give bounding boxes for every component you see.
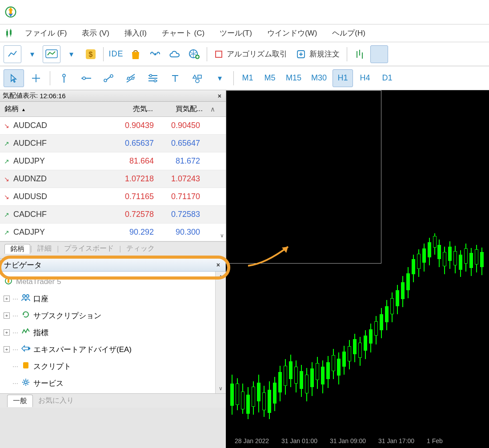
line-chart-button[interactable]	[4, 45, 21, 63]
dollar-button[interactable]: $	[82, 45, 100, 63]
market-watch-row[interactable]: ↘AUDCAD0.904390.90450	[0, 117, 226, 135]
trendline-tool[interactable]	[98, 69, 119, 87]
timeframe-D1[interactable]: D1	[377, 69, 397, 87]
symbol-name: AUDUSD	[13, 192, 107, 201]
direction-icon: ↘	[0, 122, 13, 129]
scroll-down-icon[interactable]: ∨	[220, 232, 224, 239]
signal-icon[interactable]	[146, 45, 164, 63]
close-icon[interactable]: ×	[215, 261, 222, 268]
market-watch-row[interactable]: ↘AUDUSD0.711650.71170	[0, 188, 226, 206]
tab-symbol[interactable]: 銘柄	[4, 244, 30, 254]
navigator-tabs: 一般 お気に入り	[0, 393, 226, 408]
tree-account[interactable]: + ⋯ 口座	[4, 290, 215, 307]
svg-rect-3	[9, 10, 12, 14]
vertical-line-tool[interactable]	[54, 69, 74, 87]
expand-icon[interactable]: +	[4, 346, 10, 352]
drawing-toolbar: ▾ M1M5M15M30H1H4D1	[0, 66, 489, 90]
svg-rect-40	[198, 75, 201, 78]
menu-help[interactable]: ヘルプ(H)	[328, 26, 370, 40]
shopping-bag-icon[interactable]	[127, 45, 144, 63]
tree-ea[interactable]: + ⋯ エキスパートアドバイザ(EA)	[4, 341, 215, 358]
tab-tick[interactable]: ティック	[121, 244, 160, 253]
chart-panel-button[interactable]	[43, 45, 60, 63]
market-watch-row[interactable]: ↗AUDJPY81.66481.672	[0, 152, 226, 170]
dropdown-arrow-icon[interactable]: ▾	[62, 45, 80, 63]
svg-rect-47	[28, 348, 30, 349]
tree-subscription[interactable]: + ⋯ サブスクリプション	[4, 307, 215, 324]
new-order-button[interactable]: 新規注文	[292, 45, 344, 63]
menu-view[interactable]: 表示 (V)	[77, 26, 113, 40]
menubar: ファイル (F) 表示 (V) 挿入(I) チャート (C) ツール(T) ウイ…	[0, 24, 489, 42]
close-icon[interactable]: ×	[216, 92, 223, 100]
timeframe-M30[interactable]: M30	[307, 69, 331, 87]
fibonacci-tool[interactable]	[143, 69, 163, 87]
scroll-up-icon[interactable]: ∧	[219, 273, 223, 280]
market-watch-row[interactable]: ↗CADCHF0.725780.72583	[0, 206, 226, 224]
market-watch-header[interactable]: 気配値表示: 12:06:16 ×	[0, 90, 226, 102]
col-ask[interactable]: 買気配...	[156, 104, 206, 114]
market-watch-row[interactable]: ↗AUDCHF0.656370.65647	[0, 135, 226, 152]
cursor-tool[interactable]	[4, 69, 24, 87]
expand-icon[interactable]: +	[4, 296, 10, 302]
timeframe-M15[interactable]: M15	[282, 69, 305, 87]
bid-price: 0.72578	[107, 210, 156, 219]
market-watch-row[interactable]: ↘AUDNZD1.072181.07243	[0, 170, 226, 188]
crosshair-tool[interactable]	[26, 69, 46, 87]
ide-button[interactable]: IDE	[107, 45, 125, 63]
cloud-icon[interactable]	[166, 45, 184, 63]
market-watch-title: 気配値表示:	[3, 92, 38, 100]
menu-tool[interactable]: ツール(T)	[215, 26, 257, 40]
tree-root[interactable]: MetaTrader 5	[4, 273, 215, 290]
tree-indicator[interactable]: + ⋯ 指標	[4, 324, 215, 341]
algo-trading-button[interactable]: アルゴリズム取引	[210, 45, 292, 63]
direction-icon: ↘	[0, 193, 13, 200]
tab-priceboard[interactable]: プライスボード	[59, 244, 119, 253]
shapes-dropdown[interactable]: ▾	[209, 69, 230, 87]
dropdown-arrow-icon[interactable]: ▾	[23, 45, 41, 63]
svg-marker-1	[8, 8, 13, 11]
svg-point-41	[196, 79, 199, 83]
bar-chart-icon[interactable]	[351, 45, 369, 63]
tree-service[interactable]: ⋯ サービス	[4, 375, 215, 392]
scroll-up-icon[interactable]: ∧	[206, 105, 219, 113]
symbol-name: CADCHF	[13, 210, 107, 219]
navigator-title: ナビゲータ	[4, 260, 42, 270]
expand-icon[interactable]: +	[4, 312, 10, 319]
expand-icon[interactable]: +	[4, 329, 10, 336]
ask-price: 0.65647	[156, 139, 206, 148]
horizontal-line-tool[interactable]	[76, 69, 96, 87]
annotation-arrow-icon	[244, 241, 297, 268]
menu-file[interactable]: ファイル (F)	[20, 26, 71, 40]
symbol-name: AUDNZD	[13, 174, 107, 184]
toolbar-separator	[233, 71, 234, 85]
svg-rect-43	[8, 279, 9, 283]
chart-area[interactable]: 28 Jan 202231 Jan 01:0031 Jan 09:0031 Ja…	[226, 90, 489, 448]
navigator-scrollbar[interactable]: ∧ ∨	[215, 272, 226, 393]
channel-tool[interactable]	[120, 69, 141, 87]
shapes-tool[interactable]	[187, 69, 208, 87]
text-tool[interactable]	[165, 69, 185, 87]
col-bid[interactable]: 売気...	[107, 104, 156, 114]
annotation-target-box	[226, 90, 381, 264]
menu-window[interactable]: ウインドウ(W)	[263, 26, 321, 40]
tab-detail[interactable]: 詳細	[32, 244, 57, 253]
col-symbol[interactable]: 銘柄▲	[0, 104, 107, 114]
tab-favorite[interactable]: お気に入り	[33, 395, 79, 407]
tab-general[interactable]: 一般	[7, 395, 33, 407]
timeframe-M1[interactable]: M1	[237, 69, 258, 87]
ea-icon	[21, 345, 31, 354]
timeframe-H4[interactable]: H4	[355, 69, 375, 87]
bid-price: 0.71165	[107, 192, 156, 201]
menu-chart[interactable]: チャート (C)	[157, 26, 209, 40]
toolbar-end-button[interactable]	[370, 45, 388, 63]
svg-point-49	[24, 381, 27, 384]
menu-insert[interactable]: 挿入(I)	[120, 26, 151, 40]
navigator-header[interactable]: ナビゲータ ×	[0, 258, 226, 272]
tree-script[interactable]: ⋯ スクリプト	[4, 358, 215, 375]
timeframe-H1[interactable]: H1	[333, 69, 353, 87]
time-label: 31 Jan 17:00	[378, 437, 414, 448]
globe-plus-icon[interactable]	[185, 45, 203, 63]
timeframe-M5[interactable]: M5	[260, 69, 280, 87]
market-watch-row[interactable]: ↗CADJPY90.29290.300	[0, 224, 226, 241]
scroll-down-icon[interactable]: ∨	[219, 385, 223, 392]
